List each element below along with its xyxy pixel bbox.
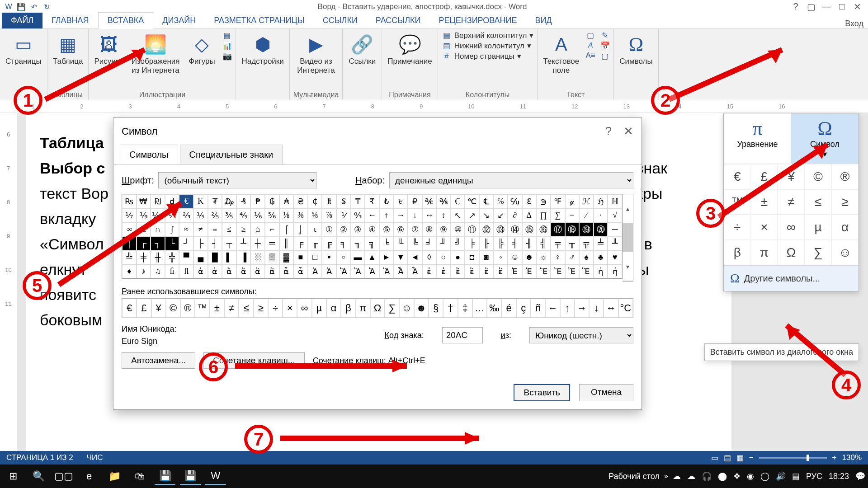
recent-char[interactable]: ® bbox=[180, 299, 195, 318]
recent-char[interactable]: ¥ bbox=[151, 299, 166, 318]
recent-char[interactable]: µ bbox=[312, 299, 326, 318]
char-cell[interactable]: ▪ bbox=[322, 250, 336, 264]
char-cell[interactable]: ἓ bbox=[465, 264, 479, 278]
minimize-icon[interactable]: — bbox=[820, 1, 833, 12]
tab-design[interactable]: ДИЗАЙН bbox=[153, 13, 205, 28]
char-cell[interactable]: ℄ bbox=[479, 194, 494, 208]
chevron-icon[interactable]: » bbox=[664, 472, 668, 480]
char-cell[interactable]: ■ bbox=[293, 250, 308, 264]
char-cell[interactable]: ╔ bbox=[322, 236, 336, 250]
char-cell[interactable]: ╜ bbox=[436, 236, 451, 250]
close-icon[interactable]: ✕ bbox=[623, 124, 633, 138]
char-cell[interactable]: ↘ bbox=[479, 208, 494, 222]
char-cell[interactable]: ⅝ bbox=[308, 208, 322, 222]
char-cell[interactable]: ⌂ bbox=[250, 222, 265, 236]
char-cell[interactable]: ≡ bbox=[208, 222, 222, 236]
char-cell[interactable]: ╟ bbox=[479, 236, 494, 250]
char-cell[interactable]: ♂ bbox=[565, 250, 580, 264]
char-cell[interactable]: ☼ bbox=[536, 250, 551, 264]
cancel-button[interactable]: Отмена bbox=[579, 384, 633, 401]
char-cell[interactable]: ⌐ bbox=[265, 222, 279, 236]
char-cell[interactable]: ● bbox=[451, 250, 465, 264]
char-cell[interactable]: ⑯ bbox=[536, 222, 551, 236]
char-cell[interactable]: ₵ bbox=[308, 194, 322, 208]
char-cell[interactable]: ┬ bbox=[222, 236, 236, 250]
recent-char[interactable]: ≥ bbox=[254, 299, 268, 318]
online-video-button[interactable]: ▶Видео из Интернета bbox=[295, 31, 336, 76]
recent-char[interactable]: ç bbox=[516, 299, 531, 318]
char-cell[interactable]: ἔ bbox=[479, 264, 494, 278]
char-cell[interactable]: Ἔ bbox=[565, 264, 580, 278]
char-cell[interactable]: ℍ bbox=[608, 194, 622, 208]
char-cell[interactable]: ⑰ bbox=[551, 222, 565, 236]
chrome-icon[interactable]: ⬤ bbox=[718, 471, 727, 481]
char-cell[interactable]: Ἄ bbox=[365, 264, 379, 278]
char-cell[interactable]: □ bbox=[308, 250, 322, 264]
char-cell[interactable]: ╗ bbox=[365, 236, 379, 250]
char-cell[interactable]: ἁ bbox=[208, 264, 222, 278]
char-cell[interactable]: ░ bbox=[250, 250, 265, 264]
char-cell[interactable]: Ἑ bbox=[522, 264, 537, 278]
chart-button[interactable]: 📊 bbox=[222, 41, 232, 51]
char-cell[interactable]: ἠ bbox=[594, 264, 608, 278]
recent-char[interactable]: ↔ bbox=[604, 299, 618, 318]
recent-char[interactable]: … bbox=[472, 299, 487, 318]
char-cell[interactable]: ╠ bbox=[494, 236, 508, 250]
tray-icon[interactable]: ☁ bbox=[673, 471, 681, 481]
web-layout-icon[interactable]: ▦ bbox=[736, 453, 744, 463]
char-code-input[interactable] bbox=[442, 327, 483, 343]
insert-button[interactable]: Вставить bbox=[514, 384, 570, 401]
char-cell[interactable]: ↉ bbox=[351, 208, 365, 222]
char-cell[interactable]: ╛ bbox=[422, 236, 437, 250]
char-cell[interactable]: ℅ bbox=[494, 194, 508, 208]
tab-special-chars[interactable]: Специальные знаки bbox=[180, 145, 283, 164]
recent-char[interactable]: ∞ bbox=[297, 299, 311, 318]
recent-char[interactable]: π bbox=[356, 299, 370, 318]
char-cell[interactable]: ⌠ bbox=[279, 222, 294, 236]
char-cell[interactable]: Ἇ bbox=[408, 264, 422, 278]
taskbar-word[interactable]: W bbox=[205, 467, 226, 485]
start-button[interactable]: ⊞ bbox=[3, 467, 24, 485]
recent-char[interactable]: ∑ bbox=[385, 299, 399, 318]
char-cell[interactable]: ♠ bbox=[579, 250, 594, 264]
task-view-icon[interactable]: ▢▢ bbox=[53, 467, 74, 485]
header-button[interactable]: ▤Верхний колонтитул▾ bbox=[442, 31, 534, 40]
char-cell[interactable]: ② bbox=[336, 222, 351, 236]
tab-symbols[interactable]: Символы bbox=[120, 145, 178, 164]
char-cell[interactable]: ∂ bbox=[508, 208, 522, 222]
save-icon[interactable]: 💾 bbox=[16, 2, 26, 12]
wordart-button[interactable]: A bbox=[585, 41, 595, 50]
char-cell[interactable]: ╧ bbox=[594, 236, 608, 250]
grid-scrollbar[interactable]: ▴▾ bbox=[623, 194, 633, 282]
char-cell[interactable]: ◄ bbox=[408, 250, 422, 264]
char-cell[interactable]: ℆ bbox=[508, 194, 522, 208]
help-icon[interactable]: ? bbox=[605, 124, 612, 138]
char-cell[interactable]: ⌡ bbox=[293, 222, 308, 236]
char-cell[interactable]: ἡ bbox=[608, 264, 622, 278]
char-cell[interactable]: ▌ bbox=[222, 250, 236, 264]
char-cell[interactable]: ▓ bbox=[279, 250, 294, 264]
char-cell[interactable]: ⅖ bbox=[208, 208, 222, 222]
char-cell[interactable]: ▄ bbox=[193, 250, 208, 264]
addins-button[interactable]: ⬢Надстройки bbox=[240, 31, 285, 67]
print-layout-icon[interactable]: ▤ bbox=[724, 453, 731, 463]
char-cell[interactable]: ℊ bbox=[565, 194, 580, 208]
close-icon[interactable]: ✕ bbox=[851, 1, 863, 12]
char-cell[interactable]: ἄ bbox=[250, 264, 265, 278]
char-cell[interactable]: ─ bbox=[608, 222, 622, 236]
char-cell[interactable]: ∑ bbox=[551, 208, 565, 222]
char-cell[interactable]: ╨ bbox=[608, 236, 622, 250]
language-indicator[interactable]: РУС bbox=[806, 472, 822, 481]
char-cell[interactable]: ╙ bbox=[393, 236, 408, 250]
char-cell[interactable]: √ bbox=[608, 208, 622, 222]
char-cell[interactable]: ↔ bbox=[422, 208, 437, 222]
char-cell[interactable]: ╤ bbox=[551, 236, 565, 250]
recent-char[interactable]: ≠ bbox=[224, 299, 239, 318]
tray-icon[interactable]: ☁ bbox=[687, 471, 695, 481]
desktop-toolbar[interactable]: Рабочий стол bbox=[609, 472, 660, 481]
char-cell[interactable]: Ἕ bbox=[579, 264, 594, 278]
char-cell[interactable]: ₱ bbox=[250, 194, 265, 208]
pages-button[interactable]: ▭Страницы bbox=[4, 31, 43, 67]
recent-char[interactable]: € bbox=[122, 299, 137, 318]
from-select[interactable]: Юникод (шестн.) bbox=[529, 327, 633, 343]
